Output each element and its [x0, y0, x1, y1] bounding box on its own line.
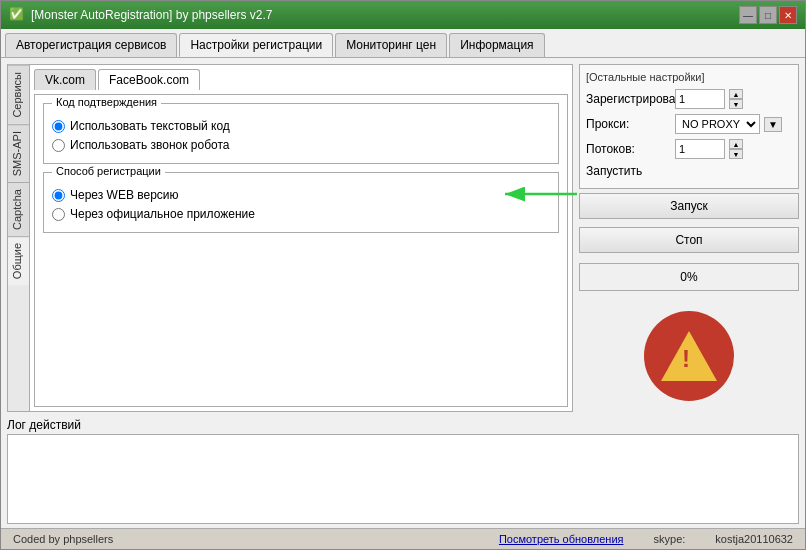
threads-decrement[interactable]: ▼ [729, 149, 743, 159]
tab-monitoring[interactable]: Мониторинг цен [335, 33, 447, 57]
main-tab-bar: Авторегистрация сервисов Настройки регис… [1, 29, 805, 58]
coded-by: Coded by phpsellers [13, 533, 113, 545]
warning-triangle-icon [661, 331, 717, 381]
vtab-smsapi[interactable]: SMS-API [8, 124, 29, 182]
green-arrow-annotation [497, 182, 577, 206]
skype-label: skype: [654, 533, 686, 545]
log-section: Лог действий [1, 418, 805, 528]
other-settings-title: [Остальные настройки] [586, 71, 792, 83]
maximize-button[interactable]: □ [759, 6, 777, 24]
check-updates-link[interactable]: Посмотреть обновления [499, 533, 624, 545]
tab-info[interactable]: Информация [449, 33, 544, 57]
vtab-services[interactable]: Сервисы [8, 65, 29, 124]
threads-label: Потоков: [586, 142, 671, 156]
settings-content: Код подтверждения Использовать текстовый… [34, 94, 568, 407]
radio-app-input[interactable] [52, 208, 65, 221]
radio-text-code-label: Использовать текстовый код [70, 119, 230, 133]
registration-method-title: Способ регистрации [52, 165, 165, 177]
register-label: Зарегистрировать: [586, 92, 671, 106]
threads-spinner: ▲ ▼ [729, 139, 743, 159]
confirmation-code-group: Код подтверждения Использовать текстовый… [43, 103, 559, 164]
vtab-captcha[interactable]: Captcha [8, 182, 29, 236]
warning-circle [644, 311, 734, 401]
window-title: [Monster AutoRegistration] by phpsellers… [31, 8, 272, 22]
tab-settings[interactable]: Настройки регистрации [179, 33, 333, 57]
radio-robot-code: Использовать звонок робота [52, 138, 550, 152]
proxy-label: Прокси: [586, 117, 671, 131]
close-button[interactable]: ✕ [779, 6, 797, 24]
radio-app: Через официальное приложение [52, 207, 550, 221]
radio-app-label: Через официальное приложение [70, 207, 255, 221]
title-bar-left: ✅ [Monster AutoRegistration] by phpselle… [9, 7, 272, 23]
app-icon: ✅ [9, 7, 25, 23]
green-arrow-svg [497, 182, 577, 206]
radio-web-label: Через WEB версию [70, 188, 179, 202]
radio-robot-code-input[interactable] [52, 139, 65, 152]
stop-button[interactable]: Стоп [579, 227, 799, 253]
register-decrement[interactable]: ▼ [729, 99, 743, 109]
register-row: Зарегистрировать: ▲ ▼ [586, 89, 792, 109]
radio-text-code-input[interactable] [52, 120, 65, 133]
radio-robot-code-label: Использовать звонок робота [70, 138, 230, 152]
main-window: ✅ [Monster AutoRegistration] by phpselle… [0, 0, 806, 550]
inner-panel: Vk.com FaceBook.com Код подтверждения Ис… [30, 65, 572, 411]
progress-text: 0% [680, 270, 697, 284]
tab-autoregistration[interactable]: Авторегистрация сервисов [5, 33, 177, 57]
proxy-row: Прокси: NO PROXY HTTP SOCKS5 ▼ [586, 114, 792, 134]
start-label: Запустить [586, 164, 792, 178]
log-title: Лог действий [7, 418, 799, 432]
title-bar: ✅ [Monster AutoRegistration] by phpselle… [1, 1, 805, 29]
tab-facebook[interactable]: FaceBook.com [98, 69, 200, 90]
service-tab-bar: Vk.com FaceBook.com [34, 69, 568, 90]
radio-web-input[interactable] [52, 189, 65, 202]
register-input[interactable] [675, 89, 725, 109]
start-button[interactable]: Запуск [579, 193, 799, 219]
radio-web: Через WEB версию [52, 188, 550, 202]
proxy-select[interactable]: NO PROXY HTTP SOCKS5 [675, 114, 760, 134]
bottom-bar: Coded by phpsellers Посмотреть обновлени… [1, 528, 805, 549]
log-box [7, 434, 799, 524]
threads-increment[interactable]: ▲ [729, 139, 743, 149]
registration-method-group: Способ регистрации Через WEB версию Чере… [43, 172, 559, 233]
bottom-right: Посмотреть обновления skype: kostja20110… [499, 533, 793, 545]
progress-bar: 0% [579, 263, 799, 291]
content-area: Сервисы SMS-API Captcha Общие Vk.com Fac… [1, 58, 805, 418]
threads-input[interactable] [675, 139, 725, 159]
vtab-general[interactable]: Общие [8, 236, 29, 285]
tab-vk[interactable]: Vk.com [34, 69, 96, 90]
warning-icon-area [579, 299, 799, 412]
title-controls: — □ ✕ [739, 6, 797, 24]
confirmation-code-title: Код подтверждения [52, 96, 161, 108]
proxy-dropdown-btn[interactable]: ▼ [764, 117, 782, 132]
minimize-button[interactable]: — [739, 6, 757, 24]
right-panel: [Остальные настройки] Зарегистрировать: … [579, 64, 799, 412]
register-increment[interactable]: ▲ [729, 89, 743, 99]
register-spinner: ▲ ▼ [729, 89, 743, 109]
threads-row: Потоков: ▲ ▼ [586, 139, 792, 159]
reg-method-wrapper: Способ регистрации Через WEB версию Чере… [43, 172, 559, 233]
other-settings-box: [Остальные настройки] Зарегистрировать: … [579, 64, 799, 189]
radio-text-code: Использовать текстовый код [52, 119, 550, 133]
skype-id: kostja20110632 [715, 533, 793, 545]
left-panel: Сервисы SMS-API Captcha Общие Vk.com Fac… [7, 64, 573, 412]
vertical-tab-bar: Сервисы SMS-API Captcha Общие [8, 65, 30, 411]
